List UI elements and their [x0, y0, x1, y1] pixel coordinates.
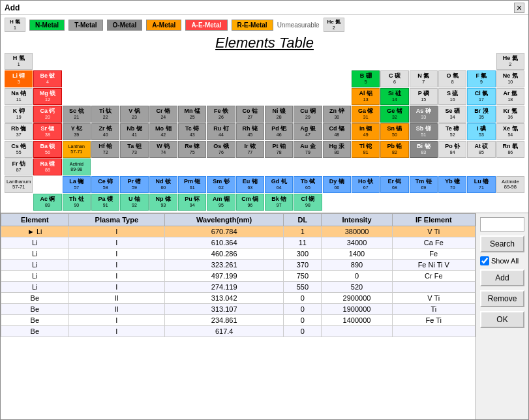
element-Sn[interactable]: Sn 锡50 — [380, 123, 408, 140]
element-Bk[interactable]: Bk 锫97 — [265, 194, 293, 211]
table-row[interactable]: ► LiI670.7841380000V Ti — [1, 226, 476, 237]
table-row[interactable]: LiI274.119550520 — [1, 282, 476, 293]
element-Al[interactable]: Al 铝13 — [352, 88, 380, 105]
element-Na[interactable]: Na 钠11 — [5, 88, 33, 105]
element-Sr[interactable]: Sr 锶38 — [33, 123, 61, 140]
element-Ga[interactable]: Ga 镓31 — [352, 106, 380, 123]
element-Pt[interactable]: Pt 铂78 — [265, 141, 293, 158]
element-Th[interactable]: Th 钍90 — [63, 194, 91, 211]
element-Li[interactable]: Li 锂3 — [5, 70, 33, 87]
element-Pa[interactable]: Pa 镤91 — [91, 194, 119, 211]
element-Pu[interactable]: Pu 钚94 — [178, 194, 206, 211]
element-Co[interactable]: Co 钴27 — [236, 106, 264, 123]
close-button[interactable]: × — [514, 3, 524, 13]
table-row[interactable]: BeI234.86101400000Fe Ti — [1, 315, 476, 326]
element-Sb[interactable]: Sb 锑51 — [410, 123, 438, 140]
element-K[interactable]: K 钾19 — [5, 106, 33, 123]
element-Ce[interactable]: Ce 铈58 — [91, 176, 119, 193]
element-Mo[interactable]: Mo 钼42 — [149, 123, 177, 140]
element-Ag[interactable]: Ag 银47 — [294, 123, 322, 140]
element-Ta[interactable]: Ta 钽73 — [120, 141, 148, 158]
element-Rb[interactable]: Rb 铷37 — [5, 123, 33, 140]
element-Cl[interactable]: Cl 氯17 — [467, 88, 495, 105]
table-row[interactable]: LiI460.2863001400Fe — [1, 248, 476, 260]
element-Gd[interactable]: Gd 钆64 — [265, 176, 293, 193]
element-Rn[interactable]: Rn 氡86 — [496, 141, 524, 158]
search-input[interactable] — [480, 217, 524, 232]
element-Cu[interactable]: Cu 铜29 — [294, 106, 322, 123]
element-Be[interactable]: Be 铍4 — [33, 70, 61, 87]
element-Rh[interactable]: Rh 铑45 — [236, 123, 264, 140]
element-Zn[interactable]: Zn 锌30 — [323, 106, 351, 123]
element-Ba[interactable]: Ba 钡56 — [33, 141, 61, 158]
table-row[interactable]: BeII313.10701900000Ti — [1, 304, 476, 315]
ok-button[interactable]: OK — [480, 311, 524, 328]
element-Sm[interactable]: Sm 钐62 — [207, 176, 235, 193]
element-V[interactable]: V 钒23 — [120, 106, 148, 123]
element-Pr[interactable]: Pr 镨59 — [120, 176, 148, 193]
element-Po[interactable]: Po 钋84 — [438, 141, 466, 158]
element-Tc[interactable]: Tc 锝43 — [178, 123, 206, 140]
element-S[interactable]: S 硫16 — [438, 88, 466, 105]
add-button[interactable]: Add — [480, 269, 524, 286]
element-Er[interactable]: Er 铒68 — [380, 176, 408, 193]
element-Cf[interactable]: Cf 锎98 — [294, 194, 322, 211]
element-Se[interactable]: Se 硒34 — [438, 106, 466, 123]
element-Kr[interactable]: Kr 氪36 — [496, 106, 524, 123]
element-P[interactable]: P 磷15 — [410, 88, 438, 105]
element-Xe[interactable]: Xe 氙54 — [496, 123, 524, 140]
element-H[interactable]: H 氢1 — [5, 53, 33, 70]
element-Ir[interactable]: Ir 铱77 — [236, 141, 264, 158]
element-Mn[interactable]: Mn 锰25 — [178, 106, 206, 123]
element-Ru[interactable]: Ru 钌44 — [207, 123, 235, 140]
element-Tb[interactable]: Tb 铽65 — [294, 176, 322, 193]
data-table-container[interactable]: Element Plasma Type Wavelength(nm) DL In… — [1, 213, 476, 419]
element-Cd[interactable]: Cd 镉48 — [323, 123, 351, 140]
element-In[interactable]: In 铟49 — [352, 123, 380, 140]
element-Pb[interactable]: Pb 铅82 — [380, 141, 408, 158]
element-I[interactable]: I 碘53 — [467, 123, 495, 140]
element-Cs[interactable]: Cs 铯55 — [5, 141, 33, 158]
element-At[interactable]: At 砹85 — [467, 141, 495, 158]
element-Y[interactable]: Y 钇39 — [63, 123, 91, 140]
element-Eu[interactable]: Eu 铕63 — [236, 176, 264, 193]
table-row[interactable]: BeII313.04202900000V Ti — [1, 293, 476, 304]
element-O[interactable]: O 氧8 — [438, 70, 466, 87]
element-C[interactable]: C 碳6 — [380, 70, 408, 87]
element-Fe[interactable]: Fe 铁26 — [207, 106, 235, 123]
element-Dy[interactable]: Dy 镝66 — [323, 176, 351, 193]
element-Ar[interactable]: Ar 氩18 — [496, 88, 524, 105]
element-Yb[interactable]: Yb 镱70 — [438, 176, 466, 193]
element-Re[interactable]: Re 铼75 — [178, 141, 206, 158]
element-Lu[interactable]: Lu 镥71 — [467, 176, 495, 193]
element-Ra[interactable]: Ra 镭88 — [33, 158, 61, 175]
element-Tm[interactable]: Tm 铥69 — [410, 176, 438, 193]
element-La[interactable]: La 镧57 — [63, 176, 91, 193]
element-Ne[interactable]: Ne 氖10 — [496, 70, 524, 87]
element-Actinid[interactable]: Actinid89-98 — [63, 158, 91, 175]
element-Os[interactable]: Os 锇76 — [207, 141, 235, 158]
element-Hf[interactable]: Hf 铪72 — [91, 141, 119, 158]
element-Ac[interactable]: Ac 锕89 — [33, 194, 61, 211]
element-Pm[interactable]: Pm 钷61 — [178, 176, 206, 193]
element-Cr[interactable]: Cr 铬24 — [149, 106, 177, 123]
element-U[interactable]: U 铀92 — [120, 194, 148, 211]
element-Np[interactable]: Np 镎93 — [149, 194, 177, 211]
element-Ni[interactable]: Ni 镍28 — [265, 106, 293, 123]
element-Zr[interactable]: Zr 锆40 — [91, 123, 119, 140]
table-row[interactable]: LiI323.261370890Fe Ni Ti V — [1, 260, 476, 271]
element-W[interactable]: W 钨74 — [149, 141, 177, 158]
element-Nd[interactable]: Nd 钕60 — [149, 176, 177, 193]
element-Sc[interactable]: Sc 钪21 — [63, 106, 91, 123]
element-Au[interactable]: Au 金79 — [294, 141, 322, 158]
element-Cm[interactable]: Cm 锔96 — [236, 194, 264, 211]
element-Te[interactable]: Te 碲52 — [438, 123, 466, 140]
element-Ge[interactable]: Ge 锗32 — [380, 106, 408, 123]
element-Si[interactable]: Si 硅14 — [380, 88, 408, 105]
table-row[interactable]: LiI610.3641134000Ca Fe — [1, 237, 476, 248]
element-Bi[interactable]: Bi 铋83 — [410, 141, 438, 158]
remove-button[interactable]: Remove — [480, 290, 524, 307]
element-He[interactable]: He 氦2 — [496, 53, 524, 70]
element-Hg[interactable]: Hg 汞80 — [323, 141, 351, 158]
element-As[interactable]: As 砷33 — [410, 106, 438, 123]
